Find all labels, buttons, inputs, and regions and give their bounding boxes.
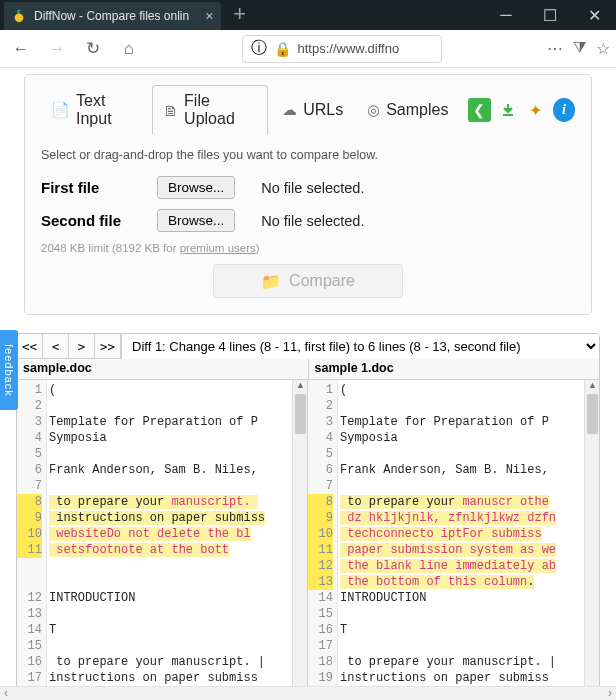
address-bar[interactable]: ⓘ 🔒 https://www.diffno (242, 35, 442, 63)
browser-tab[interactable]: DiffNow - Compare files onlin × (4, 2, 221, 30)
new-tab-button[interactable]: + (233, 0, 246, 28)
premium-users-link[interactable]: premium users (180, 242, 256, 254)
lock-icon: 🔒 (274, 41, 291, 57)
right-pane: 1 2 3 4 5 6 7 8 9 10 11 12 1314 15 16 17… (308, 380, 599, 700)
browser-nav-bar: ← → ↻ ⌂ ⓘ 🔒 https://www.diffno ⋯ ⧩ ☆ (0, 30, 616, 68)
tab-text-input[interactable]: 📄Text Input (41, 86, 148, 134)
right-line-numbers: 1 2 3 4 5 6 7 8 9 10 11 12 1314 15 16 17… (308, 380, 338, 700)
document-icon: 📄 (51, 101, 70, 119)
window-close-icon[interactable]: ✕ (572, 0, 616, 30)
diff-file-titles: sample.doc sample 1.doc (17, 359, 599, 380)
diff-viewer: << < > >> Diff 1: Change 4 lines (8 - 11… (16, 333, 600, 700)
diff-body: 1 2 3 4 5 6 7 8 9 10 11 12 13 14 15 16 1… (17, 380, 599, 700)
info-button[interactable]: i (553, 98, 575, 122)
compare-icon: 📁 (261, 272, 281, 291)
cloud-icon: ☁ (282, 101, 297, 119)
settings-button[interactable]: ✦ (525, 98, 547, 122)
bookmark-star-icon[interactable]: ☆ (596, 39, 610, 58)
diff-selector[interactable]: Diff 1: Change 4 lines (8 - 11, first fi… (121, 334, 599, 359)
upload-panel: 📄Text Input 🗎File Upload ☁URLs ◎Samples … (24, 74, 592, 315)
tab-close-icon[interactable]: × (205, 8, 213, 24)
diff-first-button[interactable]: << (17, 334, 43, 358)
compare-button[interactable]: 📁 Compare (213, 264, 403, 298)
window-minimize-icon[interactable]: ─ (484, 0, 528, 30)
site-favicon-icon (12, 9, 26, 23)
second-file-status: No file selected. (261, 213, 364, 229)
second-file-label: Second file (41, 212, 137, 229)
right-file-title: sample 1.doc (309, 359, 600, 380)
home-button[interactable]: ⌂ (114, 34, 144, 64)
tab-file-upload[interactable]: 🗎File Upload (152, 85, 268, 135)
right-scrollbar[interactable]: ▲▼ (584, 380, 599, 700)
target-icon: ◎ (367, 101, 380, 119)
upload-icon: 🗎 (163, 102, 178, 119)
panel-tabs: 📄Text Input 🗎File Upload ☁URLs ◎Samples … (41, 85, 575, 136)
tab-samples[interactable]: ◎Samples (357, 95, 458, 125)
first-file-browse-button[interactable]: Browse... (157, 176, 235, 199)
feedback-tab[interactable]: feedback (0, 330, 18, 410)
diff-next-button[interactable]: > (69, 334, 95, 358)
site-info-icon[interactable]: ⓘ (251, 38, 267, 59)
window-titlebar: DiffNow - Compare files onlin × + ─ ☐ ✕ (0, 0, 616, 30)
svg-point-0 (15, 13, 24, 22)
diff-prev-button[interactable]: < (43, 334, 69, 358)
size-limit-text: 2048 KB limit (8192 KB for premium users… (41, 242, 575, 254)
first-file-status: No file selected. (261, 180, 364, 196)
pocket-icon[interactable]: ⧩ (573, 39, 586, 58)
left-file-title: sample.doc (17, 359, 309, 380)
reload-button[interactable]: ↻ (78, 34, 108, 64)
right-code[interactable]: ( Template for Preparation of P Symposia… (338, 380, 599, 700)
diff-last-button[interactable]: >> (95, 334, 121, 358)
second-file-row: Second file Browse... No file selected. (41, 209, 575, 232)
second-file-browse-button[interactable]: Browse... (157, 209, 235, 232)
left-code[interactable]: ( Template for Preparation of P Symposia… (47, 380, 307, 700)
download-button[interactable] (497, 98, 519, 122)
forward-button[interactable]: → (42, 34, 72, 64)
tab-title: DiffNow - Compare files onlin (34, 9, 189, 23)
tab-urls[interactable]: ☁URLs (272, 95, 353, 125)
upload-description: Select or drag-and-drop the files you wa… (41, 148, 575, 162)
download-arrow-icon (501, 103, 515, 117)
back-button[interactable]: ← (6, 34, 36, 64)
page-actions-icon[interactable]: ⋯ (547, 39, 563, 58)
left-line-numbers: 1 2 3 4 5 6 7 8 9 10 11 12 13 14 15 16 1… (17, 380, 47, 700)
first-file-row: First file Browse... No file selected. (41, 176, 575, 199)
left-scrollbar[interactable]: ▲▼ (292, 380, 307, 700)
diff-navigation: << < > >> Diff 1: Change 4 lines (8 - 11… (17, 334, 599, 359)
left-pane: 1 2 3 4 5 6 7 8 9 10 11 12 13 14 15 16 1… (17, 380, 308, 700)
window-maximize-icon[interactable]: ☐ (528, 0, 572, 30)
url-text: https://www.diffno (298, 41, 400, 56)
page-content: 📄Text Input 🗎File Upload ☁URLs ◎Samples … (0, 68, 616, 317)
first-file-label: First file (41, 179, 137, 196)
window-horizontal-scrollbar[interactable] (0, 686, 616, 700)
share-button[interactable]: ❮ (468, 98, 490, 122)
